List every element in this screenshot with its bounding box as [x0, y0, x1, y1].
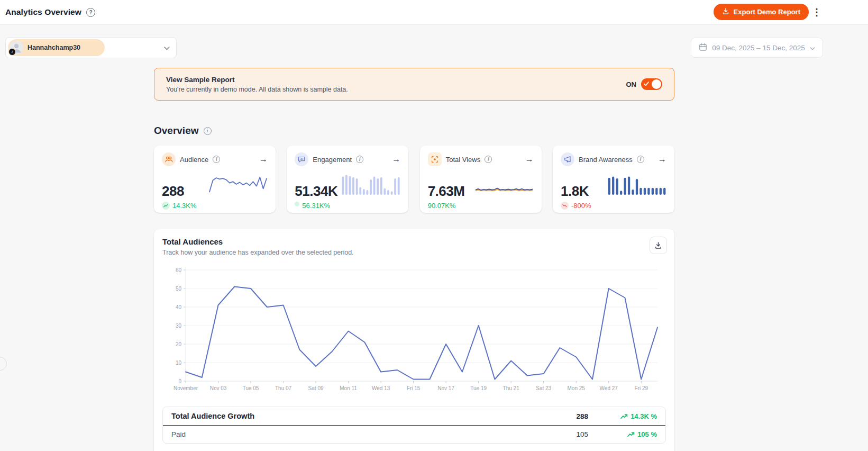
svg-text:50: 50: [176, 286, 182, 292]
chart-download-button[interactable]: [650, 237, 667, 254]
download-icon: [722, 7, 729, 16]
svg-text:Sat 23: Sat 23: [536, 385, 551, 391]
card-change: 14.3K%: [172, 202, 197, 210]
card-label: Audience: [180, 156, 208, 164]
svg-text:Nov 03: Nov 03: [210, 385, 227, 391]
svg-text:30: 30: [176, 323, 182, 329]
svg-text:Mon 25: Mon 25: [568, 385, 586, 391]
trend-up-icon: [162, 202, 170, 210]
drawer-handle[interactable]: [0, 357, 7, 371]
chart-title: Total Audiences: [162, 237, 666, 246]
svg-text:Wed 13: Wed 13: [372, 385, 390, 391]
info-icon[interactable]: i: [637, 156, 644, 163]
svg-text:Fri 29: Fri 29: [634, 385, 648, 391]
page-title: Analytics Overview: [5, 7, 81, 17]
arrow-right-icon[interactable]: →: [392, 155, 400, 164]
arrow-right-icon[interactable]: →: [259, 155, 268, 164]
audience-sparkline: [208, 172, 268, 198]
svg-text:Fri 15: Fri 15: [407, 385, 421, 391]
calendar-icon: [699, 43, 707, 53]
card-value: 1.8K: [561, 184, 589, 198]
row-value: 105: [530, 430, 588, 438]
card-label: Engagement: [313, 156, 352, 164]
export-demo-report-button[interactable]: Export Demo Report: [714, 4, 809, 20]
card-label: Total Views: [446, 156, 481, 164]
svg-text:Thu 07: Thu 07: [275, 385, 292, 391]
toggle-knob: [652, 79, 661, 89]
trend-up-icon: [295, 202, 299, 206]
svg-text:20: 20: [176, 341, 182, 347]
table-row: Paid 105 105 %: [163, 426, 665, 443]
card-label: Brand Awareness: [579, 156, 633, 164]
brand-awareness-sparkline: [607, 172, 666, 198]
card-value: 51.34K: [295, 184, 337, 198]
info-icon[interactable]: i: [204, 127, 212, 135]
svg-text:0: 0: [178, 378, 181, 384]
scan-icon: [428, 152, 442, 166]
row-change: 14.3K %: [631, 412, 657, 420]
card-change: 90.07K%: [428, 202, 456, 210]
chevron-down-icon: [810, 44, 815, 52]
arrow-right-icon[interactable]: →: [658, 155, 666, 164]
chat-icon: [295, 152, 308, 166]
banner-subtitle: You're currently in demo mode. All data …: [166, 86, 348, 93]
chevron-down-icon: [164, 43, 170, 52]
export-button-label: Export Demo Report: [734, 8, 800, 16]
download-icon: [654, 241, 662, 249]
svg-text:Sat 09: Sat 09: [308, 385, 324, 391]
date-range-value: 09 Dec, 2025 – 15 Dec, 2025: [712, 44, 805, 52]
sample-report-banner: View Sample Report You're currently in d…: [154, 68, 674, 101]
svg-text:Wed 27: Wed 27: [600, 385, 618, 391]
tiktok-badge-icon: ♪: [8, 48, 16, 56]
card-value: 288: [162, 184, 184, 198]
svg-text:Tue 19: Tue 19: [470, 385, 487, 391]
avatar: ♪: [10, 41, 23, 55]
svg-text:10: 10: [176, 360, 182, 366]
trend-down-icon: [561, 202, 569, 210]
row-label: Paid: [171, 430, 530, 438]
row-change: 105 %: [637, 430, 657, 438]
info-icon[interactable]: i: [485, 156, 492, 163]
brand-awareness-card: Brand Awareness i → 1.8K -800%: [553, 146, 674, 213]
audience-line-chart: 0102030405060NovemberNov 03Tue 05Thu 07S…: [162, 263, 666, 403]
chart-subtitle: Track how your audience has expanded ove…: [162, 249, 666, 256]
info-icon[interactable]: i: [213, 156, 220, 163]
card-change: 56.31K%: [302, 202, 330, 210]
overview-title: Overview: [154, 125, 199, 137]
row-value: 288: [530, 412, 588, 420]
check-icon: [644, 82, 649, 86]
card-change: -800%: [571, 202, 591, 210]
banner-title: View Sample Report: [166, 76, 348, 84]
info-icon[interactable]: i: [356, 156, 363, 163]
kebab-menu-icon[interactable]: ⋮: [812, 6, 821, 19]
date-range-picker[interactable]: 09 Dec, 2025 – 15 Dec, 2025: [691, 38, 823, 58]
trend-up-icon: [627, 431, 635, 437]
svg-text:40: 40: [176, 304, 182, 310]
engagement-sparkline: [341, 172, 400, 198]
demo-mode-toggle[interactable]: [641, 78, 662, 90]
total-audiences-card: Total Audiences Track how your audience …: [154, 229, 674, 451]
svg-text:Nov 17: Nov 17: [437, 385, 454, 391]
total-views-sparkline: [474, 172, 534, 198]
kpi-cards-row: Audience i → 288 14.3K% Engagement i → 5…: [154, 146, 674, 213]
card-value: 7.63M: [428, 184, 465, 198]
account-select[interactable]: ♪ Hannahchamp30: [5, 37, 177, 58]
table-row: Total Audience Growth 288 14.3K %: [163, 407, 665, 426]
megaphone-icon: [561, 152, 574, 166]
account-chip: ♪ Hannahchamp30: [8, 39, 105, 56]
audience-growth-table: Total Audience Growth 288 14.3K % Paid 1…: [162, 407, 666, 444]
svg-text:Mon 11: Mon 11: [340, 385, 357, 391]
svg-text:Tue 05: Tue 05: [243, 385, 259, 391]
audience-card: Audience i → 288 14.3K%: [154, 146, 276, 213]
banner-text: View Sample Report You're currently in d…: [166, 76, 348, 93]
people-icon: [162, 152, 176, 166]
svg-text:Thu 21: Thu 21: [503, 385, 520, 391]
svg-text:November: November: [173, 385, 198, 391]
trend-up-icon: [620, 413, 628, 419]
row-label: Total Audience Growth: [171, 412, 530, 420]
toggle-state-label: ON: [626, 80, 637, 88]
account-name: Hannahchamp30: [28, 44, 80, 51]
svg-text:60: 60: [176, 267, 182, 273]
arrow-right-icon[interactable]: →: [525, 155, 534, 164]
help-icon[interactable]: ?: [86, 8, 95, 17]
